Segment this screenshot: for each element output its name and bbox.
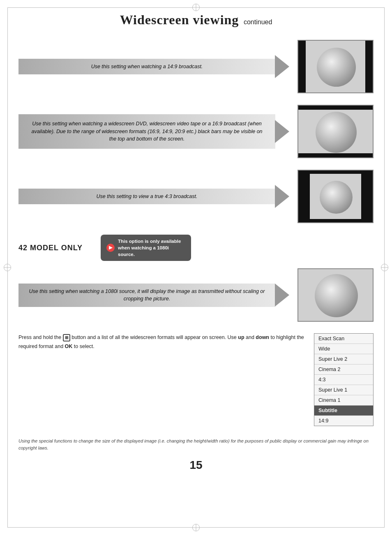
label-text-4: Use this setting when watching a 1080i s…	[29, 288, 265, 302]
model-only-section: 42 MODEL ONLY ▶ This option is only avai…	[18, 235, 374, 261]
format-item: Cinema 2	[314, 364, 373, 375]
tv-screen-4	[297, 268, 374, 322]
tv-screen-1	[297, 40, 374, 93]
ok-label: OK	[65, 344, 73, 349]
bottom-section: Press and hold the ⊞ button and a list o…	[18, 333, 374, 426]
tv-screen-3	[297, 170, 374, 223]
sphere-2	[316, 112, 357, 153]
tv-screen-2	[297, 105, 374, 158]
arrow-2	[275, 120, 289, 143]
black-bar-top-3	[298, 171, 373, 174]
format-item: Super Live 1	[314, 385, 373, 395]
copyright-note: Using the special functions to change th…	[18, 438, 374, 451]
model-label: 42 MODEL ONLY	[18, 244, 92, 252]
model-badge: ▶ This option is only available when wat…	[101, 235, 191, 261]
format-button-icon: ⊞	[63, 334, 70, 341]
section-widescreen: Use this setting when watching a widescr…	[18, 105, 374, 158]
format-item: Cinema 1	[314, 395, 373, 406]
black-bar-right-3	[361, 171, 373, 222]
instruction-text: Press and hold the ⊞ button and a list o…	[18, 333, 304, 351]
label-box-1: Use this setting when watching a 14:9 br…	[18, 59, 275, 75]
page-title: Widescreen viewing continued	[18, 12, 374, 28]
arrow-1	[275, 55, 289, 78]
sphere-1	[317, 48, 356, 87]
title-main: Widescreen viewing	[120, 12, 239, 27]
section-4-3: Use this setting to view a true 4:3 broa…	[18, 170, 374, 223]
format-item: Subtitle	[314, 406, 373, 416]
black-bar-bottom-2	[298, 153, 373, 157]
badge-text: This option is only available when watch…	[118, 238, 185, 258]
label-text-2: Use this setting when watching a widescr…	[31, 121, 262, 142]
label-text-1: Use this setting when watching a 14:9 br…	[91, 64, 203, 69]
format-item: Super Live 2	[314, 354, 373, 364]
label-box-2: Use this setting when watching a widescr…	[18, 114, 275, 149]
format-item: Wide	[314, 344, 373, 354]
label-container-1: Use this setting when watching a 14:9 br…	[18, 55, 289, 78]
format-item: 14:9	[314, 416, 373, 426]
instruction-paragraph: Press and hold the ⊞ button and a list o…	[18, 333, 304, 351]
title-continued: continued	[244, 18, 272, 25]
format-item: 4:3	[314, 375, 373, 385]
black-bar-top-2	[298, 106, 373, 110]
label-container-4: Use this setting when watching a 1080i s…	[18, 284, 289, 307]
black-bar-left-3	[298, 171, 310, 222]
label-box-4: Use this setting when watching a 1080i s…	[18, 284, 275, 307]
arrow-3	[275, 185, 289, 208]
black-bar-bottom-3	[298, 219, 373, 222]
down-label: down	[256, 334, 269, 340]
format-item: Exact Scan	[314, 334, 373, 344]
sphere-3	[320, 181, 353, 214]
badge-icon: ▶	[106, 244, 115, 252]
black-bar-left-1	[298, 41, 306, 92]
sphere-4	[315, 274, 358, 317]
arrow-4	[275, 284, 289, 307]
section-14-9: Use this setting when watching a 14:9 br…	[18, 40, 374, 93]
label-container-2: Use this setting when watching a widescr…	[18, 114, 289, 149]
label-container-3: Use this setting to view a true 4:3 broa…	[18, 185, 289, 208]
format-list: Exact ScanWideSuper Live 2Cinema 24:3Sup…	[314, 333, 374, 426]
label-text-3: Use this setting to view a true 4:3 broa…	[97, 194, 198, 199]
section-1080i: Use this setting when watching a 1080i s…	[18, 268, 374, 322]
label-box-3: Use this setting to view a true 4:3 broa…	[18, 189, 275, 205]
page-number: 15	[18, 459, 374, 472]
up-label: up	[238, 334, 244, 340]
black-bar-right-1	[365, 41, 373, 92]
copyright-text: Using the special functions to change th…	[18, 438, 369, 450]
reg-mark-bottom	[192, 524, 200, 531]
